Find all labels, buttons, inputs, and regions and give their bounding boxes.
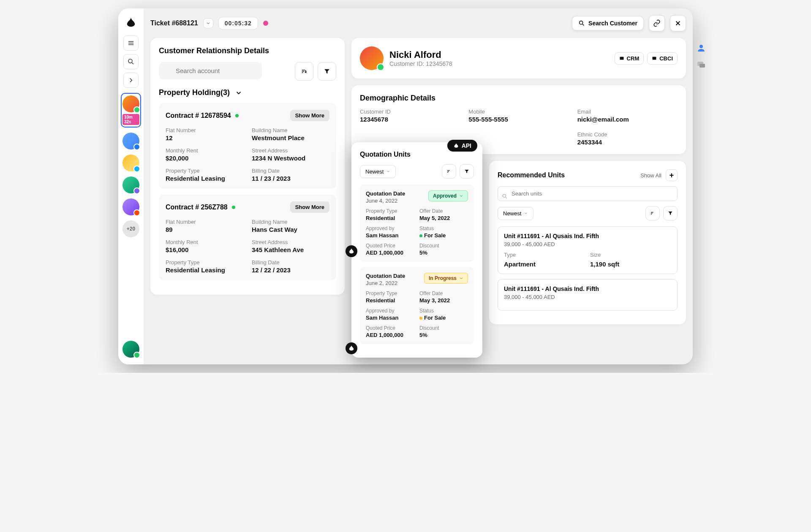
label: Street Address xyxy=(252,147,329,154)
leaf-icon xyxy=(453,143,459,149)
value: 1,190 sqft xyxy=(590,261,671,268)
app-logo xyxy=(123,15,139,30)
value: 5% xyxy=(419,250,468,256)
add-unit-button[interactable]: + xyxy=(666,169,678,181)
menu-button[interactable] xyxy=(123,35,139,51)
filter-icon xyxy=(667,210,673,216)
conversation-5[interactable] xyxy=(121,198,141,215)
value: 89 xyxy=(166,226,243,233)
menu-icon xyxy=(127,39,135,47)
value: For Sale xyxy=(424,315,446,321)
crd-title: Customer Relationship Details xyxy=(159,46,336,55)
conversation-2[interactable] xyxy=(121,133,141,149)
leaf-logo-icon xyxy=(125,17,137,29)
value: Westmount Place xyxy=(252,134,329,141)
chevron-down-icon xyxy=(524,211,528,215)
value: nicki@email.com xyxy=(577,116,678,123)
contract-card: Contract # 256Z788 Show More Flat Number… xyxy=(159,195,336,280)
avatar xyxy=(122,198,139,215)
label: Quotation Date xyxy=(366,190,405,197)
value: 12 xyxy=(166,134,243,141)
value: 12345678 xyxy=(360,116,460,123)
value: 11 / 23 / 2023 xyxy=(252,175,329,182)
conversation-1[interactable]: 10m 32s xyxy=(121,93,141,128)
facebook-icon xyxy=(133,144,140,150)
label: Status xyxy=(419,308,468,314)
value: Sam Hassan xyxy=(366,315,414,321)
conversation-3[interactable] xyxy=(121,155,141,171)
value: 1234 N Westwood xyxy=(252,155,329,162)
unit-card[interactable]: Unit #111691 - Al Qusais Ind. Fifth 39,0… xyxy=(498,279,678,311)
sort-icon xyxy=(446,168,452,174)
property-holding-toggle[interactable]: Property Holding(3) xyxy=(159,88,336,97)
value: Hans Cast Way xyxy=(252,226,329,233)
search-account-input[interactable] xyxy=(159,62,262,79)
chat-tab[interactable] xyxy=(696,60,706,70)
search-icon xyxy=(578,20,585,27)
user-tab[interactable] xyxy=(696,43,706,53)
svg-point-5 xyxy=(580,21,583,24)
chevron-down-icon xyxy=(206,21,211,26)
label: Offer Date xyxy=(419,208,468,214)
unit-title: Unit #111691 - Al Qusais Ind. Fifth xyxy=(504,285,671,292)
ticket-dropdown[interactable] xyxy=(203,18,213,28)
sort-select[interactable]: Newest xyxy=(498,207,533,220)
svg-point-22 xyxy=(503,194,506,197)
svg-line-6 xyxy=(582,24,584,25)
cbci-button[interactable]: CBCI xyxy=(647,52,678,65)
sort-select[interactable]: Newest xyxy=(360,165,396,178)
sort-button[interactable] xyxy=(442,164,456,179)
filter-icon xyxy=(323,68,331,75)
filter-button[interactable] xyxy=(460,164,474,179)
link-button[interactable] xyxy=(649,15,665,31)
rail-search-button[interactable] xyxy=(123,54,139,69)
label: Size xyxy=(590,252,671,258)
current-agent[interactable] xyxy=(121,341,141,358)
unit-title: Unit #111691 - Al Qusais Ind. Fifth xyxy=(504,233,671,239)
close-button[interactable] xyxy=(670,15,686,31)
show-more-button[interactable]: Show More xyxy=(290,201,329,213)
crm-button[interactable]: CRM xyxy=(615,52,644,65)
value: AED 1,000,000 xyxy=(366,332,414,338)
status-select[interactable]: In Progress xyxy=(424,273,468,284)
label: Ethnic Code xyxy=(577,131,678,138)
conversation-4[interactable] xyxy=(121,176,141,193)
search-icon xyxy=(127,58,135,65)
sort-button[interactable] xyxy=(645,206,660,220)
brand-badge-icon xyxy=(346,245,357,257)
brand-badge-icon xyxy=(346,342,357,354)
recommended-panel: Recommended Units Show All + Newest xyxy=(489,161,686,324)
expand-rail-button[interactable] xyxy=(123,73,139,88)
svg-point-3 xyxy=(128,59,132,63)
call-timer: 00:05:32 xyxy=(218,17,258,30)
filter-button[interactable] xyxy=(318,62,336,81)
label: Property Type xyxy=(166,259,243,266)
label: Billing Date xyxy=(252,168,329,174)
unit-card[interactable]: Unit #111691 - Al Qusais Ind. Fifth 39,0… xyxy=(498,226,678,274)
show-all-link[interactable]: Show All xyxy=(640,172,661,179)
api-badge: API xyxy=(447,140,477,152)
search-customer-label: Search Customer xyxy=(588,20,637,27)
svg-point-14 xyxy=(699,45,703,48)
conversation-timer: 10m 32s xyxy=(122,114,139,125)
viber-icon xyxy=(133,187,140,194)
search-customer-button[interactable]: Search Customer xyxy=(572,16,644,30)
svg-rect-17 xyxy=(620,57,623,60)
label: Monthly Rent xyxy=(166,239,243,245)
label: Property Type xyxy=(366,290,414,296)
label: Mobile xyxy=(468,109,569,115)
filter-button[interactable] xyxy=(663,206,678,220)
sort-button[interactable] xyxy=(295,62,313,81)
label: Property Type xyxy=(166,168,243,174)
show-more-button[interactable]: Show More xyxy=(290,110,329,121)
quotation-card: Quotation DateJune 4, 2022 Approved Prop… xyxy=(360,185,474,262)
status-select[interactable]: Approved xyxy=(428,190,468,201)
more-conversations[interactable]: +20 xyxy=(122,220,139,237)
search-icon xyxy=(502,193,508,199)
value: 5% xyxy=(419,332,468,338)
chevron-down-icon xyxy=(459,194,463,198)
value: May 5, 2022 xyxy=(419,215,468,221)
search-units-input[interactable] xyxy=(498,186,678,201)
chevron-down-icon xyxy=(459,276,463,280)
user-icon xyxy=(696,43,706,53)
